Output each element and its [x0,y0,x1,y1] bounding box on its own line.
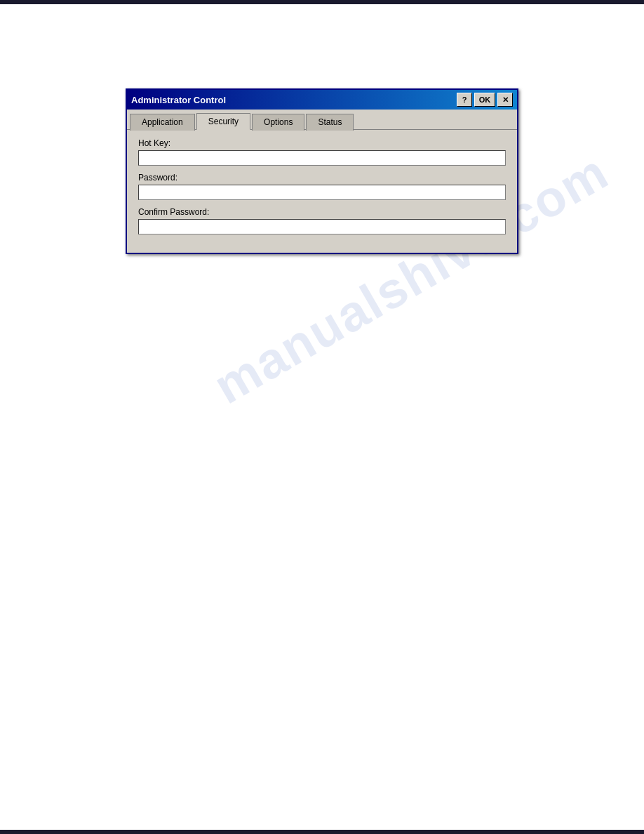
password-field-group: Password: [138,173,506,200]
dialog-title: Administrator Control [131,95,226,105]
password-input[interactable] [138,185,506,200]
tab-status[interactable]: Status [306,114,354,131]
hotkey-input[interactable] [138,150,506,166]
close-button[interactable]: ✕ [497,93,513,107]
dialog-body: Hot Key: Password: Confirm Password: [127,130,517,253]
tab-application[interactable]: Application [130,114,195,131]
password-label: Password: [138,173,506,183]
help-button[interactable]: ? [457,93,472,107]
ok-button[interactable]: OK [474,93,495,107]
tab-security[interactable]: Security [196,113,250,130]
dialog-titlebar: Administrator Control ? OK ✕ [127,90,517,110]
confirm-password-field-group: Confirm Password: [138,207,506,234]
hotkey-field-group: Hot Key: [138,138,506,166]
tab-strip: Application Security Options Status [127,110,517,130]
page-content: manualshive.com Administrator Control ? … [0,4,644,830]
dialog-window: Administrator Control ? OK ✕ Application… [126,88,518,254]
bottom-border [0,830,644,834]
tab-options[interactable]: Options [252,114,304,131]
titlebar-buttons: ? OK ✕ [457,93,513,107]
confirm-password-label: Confirm Password: [138,207,506,217]
confirm-password-input[interactable] [138,219,506,234]
hotkey-label: Hot Key: [138,138,506,148]
